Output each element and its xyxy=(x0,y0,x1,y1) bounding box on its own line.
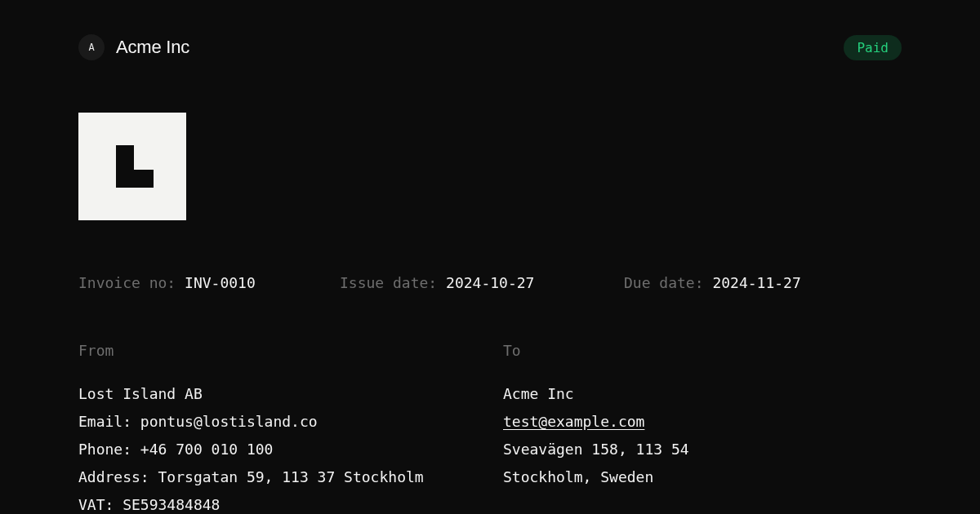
issue-date-value: 2024-10-27 xyxy=(446,274,534,291)
to-label: To xyxy=(503,342,902,359)
issue-date: Issue date: 2024-10-27 xyxy=(340,274,624,291)
from-label: From xyxy=(78,342,503,359)
letter-l-icon xyxy=(111,145,154,188)
to-email[interactable]: test@example.com xyxy=(503,411,902,432)
customer-title: Acme Inc xyxy=(116,37,189,58)
to-name: Acme Inc xyxy=(503,383,902,405)
due-date-value: 2024-11-27 xyxy=(712,274,800,291)
invoice-header: A Acme Inc Paid xyxy=(78,33,902,62)
to-address-line1: Sveavägen 158, 113 54 xyxy=(503,439,902,460)
from-block: From Lost Island AB Email: pontus@lostis… xyxy=(78,342,503,514)
from-address: Address: Torsgatan 59, 113 37 Stockholm xyxy=(78,467,503,488)
from-vat: VAT: SE593484848 xyxy=(78,494,503,514)
from-email: Email: pontus@lostisland.co xyxy=(78,411,503,432)
due-date-label: Due date: xyxy=(624,274,712,291)
from-name: Lost Island AB xyxy=(78,383,503,405)
invoice-number-value: INV-0010 xyxy=(185,274,256,291)
to-block: To Acme Inc test@example.com Sveavägen 1… xyxy=(503,342,902,514)
invoice-meta: Invoice no: INV-0010 Issue date: 2024-10… xyxy=(78,274,902,291)
status-badge: Paid xyxy=(844,35,902,60)
issue-date-label: Issue date: xyxy=(340,274,446,291)
from-phone: Phone: +46 700 010 100 xyxy=(78,439,503,460)
customer-avatar: A xyxy=(78,34,105,60)
sender-logo xyxy=(78,113,186,220)
invoice-number-label: Invoice no: xyxy=(78,274,185,291)
to-address-line2: Stockholm, Sweden xyxy=(503,467,902,488)
due-date: Due date: 2024-11-27 xyxy=(624,274,801,291)
invoice-number: Invoice no: INV-0010 xyxy=(78,274,340,291)
